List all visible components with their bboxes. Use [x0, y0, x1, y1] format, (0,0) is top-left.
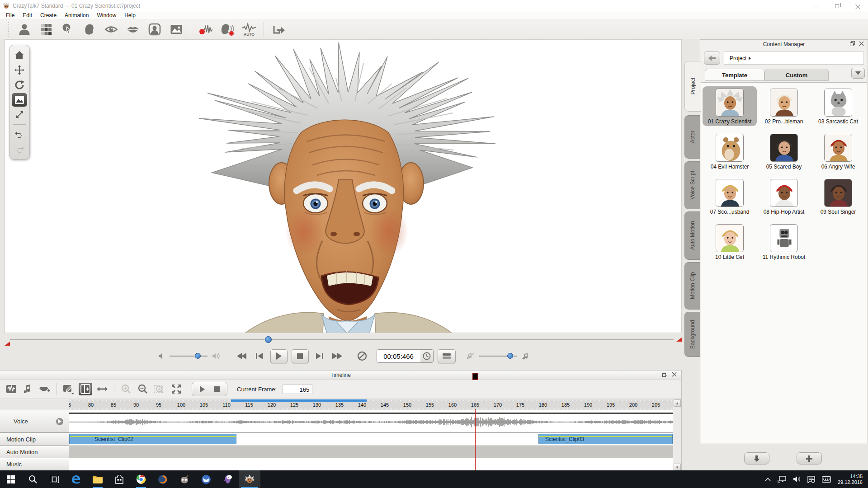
music-volume-slider[interactable] [479, 352, 517, 360]
side-tab-actor[interactable]: Actor [684, 115, 700, 159]
crazytalk-taskbar-icon[interactable] [239, 470, 260, 488]
back-button[interactable] [704, 52, 720, 65]
music-note-track-icon[interactable] [21, 383, 35, 395]
template-item-03-sarcastic-cat[interactable]: 03 Sarcastic Cat [811, 86, 865, 126]
add-button[interactable] [797, 452, 822, 465]
record-audio-icon[interactable] [197, 21, 215, 38]
actor-icon[interactable] [15, 21, 33, 38]
edit-motion-icon[interactable] [62, 383, 75, 395]
template-item-05-scared-boy[interactable]: 05 Scared Boy [757, 131, 811, 171]
template-item-02-pro-bleman[interactable]: 02 Pro...bleman [757, 86, 811, 126]
auto-motion-icon[interactable]: AUTO [240, 21, 258, 38]
undo-button[interactable] [12, 127, 27, 141]
redo-button[interactable] [12, 142, 27, 156]
edge-icon[interactable] [65, 470, 87, 488]
chrome-icon[interactable] [130, 470, 152, 488]
side-tab-background[interactable]: Background [684, 312, 700, 357]
timeline-vertical-scrollbar[interactable]: ▲ ▼ [673, 399, 681, 471]
pidgin-icon[interactable] [217, 470, 239, 488]
chevron-up-icon[interactable] [765, 478, 771, 481]
stop-button[interactable] [292, 349, 309, 363]
tts-voice-icon[interactable] [218, 21, 236, 38]
background-image-icon[interactable] [167, 21, 185, 38]
playhead-marker[interactable] [472, 373, 478, 380]
timeline-play-button[interactable] [199, 386, 205, 393]
menu-help[interactable]: Help [120, 12, 140, 19]
zoom-region-icon[interactable] [153, 383, 166, 395]
head-icon[interactable] [80, 21, 99, 38]
scene-scrub-slider[interactable] [5, 335, 682, 345]
search-icon[interactable] [22, 470, 43, 488]
firefox-icon[interactable] [152, 470, 174, 488]
restore-button[interactable] [826, 0, 847, 12]
timeline-float-icon[interactable] [662, 372, 667, 377]
menu-file[interactable]: File [2, 12, 19, 19]
template-item-10-little-girl[interactable]: 10 Little Girl [703, 222, 757, 262]
select-mode-icon[interactable] [59, 21, 77, 38]
gimp-icon[interactable] [174, 470, 195, 488]
range-end-marker[interactable] [675, 338, 682, 343]
action-center-icon[interactable] [807, 476, 815, 483]
menu-window[interactable]: Window [93, 12, 120, 19]
music-track-content[interactable] [69, 458, 673, 471]
tab-custom[interactable]: Custom [764, 69, 829, 81]
timecode-display[interactable] [377, 350, 420, 362]
taskbar-clock[interactable]: 14:35 29.12.2016 [838, 474, 863, 485]
template-item-09-soul-singer[interactable]: 09 Soul Singer [811, 177, 865, 216]
volume-slider[interactable] [170, 352, 208, 360]
clip-scientist-clip03[interactable]: Scientist_Clip03 [538, 434, 673, 444]
voice-wave-icon[interactable] [5, 383, 18, 395]
template-item-08-hip-hop-artist[interactable]: 08 Hip-Hop Artist [757, 177, 811, 216]
viewport-canvas[interactable] [5, 39, 682, 333]
rotate-button[interactable] [12, 78, 27, 92]
fit-width-icon[interactable] [95, 383, 109, 395]
content-manager-float-icon[interactable] [850, 41, 855, 46]
zoom-in-icon[interactable] [119, 383, 133, 395]
range-start-marker[interactable] [5, 340, 11, 346]
current-frame-field[interactable]: 165 [283, 385, 312, 394]
fast-forward-button[interactable] [330, 350, 344, 362]
menu-animation[interactable]: Animation [61, 12, 93, 19]
add-lips-icon[interactable] [38, 383, 52, 395]
move-down-button[interactable] [744, 452, 769, 465]
go-end-button[interactable] [313, 350, 326, 362]
fit-image-button[interactable] [12, 93, 27, 107]
menu-create[interactable]: Create [36, 12, 61, 19]
store-icon[interactable] [108, 470, 130, 488]
zoom-out-icon[interactable] [136, 383, 150, 395]
move-button[interactable] [12, 63, 27, 77]
view-options-dropdown[interactable] [851, 68, 865, 79]
timeline-stop-button[interactable] [214, 386, 220, 392]
side-tab-motion-clip[interactable]: Motion Clip [684, 262, 700, 310]
scale-button[interactable] [12, 108, 27, 122]
add-track-icon[interactable] [79, 383, 92, 395]
content-manager-close-icon[interactable] [859, 41, 864, 46]
toolbar-grip[interactable] [7, 22, 9, 37]
volume-icon[interactable] [793, 476, 801, 483]
template-item-11-rythmic-robot[interactable]: 11 Rythmic Robot [757, 222, 811, 262]
voice-expand-button[interactable] [56, 418, 63, 425]
timeline-close-icon[interactable] [672, 372, 677, 377]
scrub-track[interactable] [10, 339, 674, 340]
template-item-06-angry-wife[interactable]: 06 Angry Wife [811, 131, 865, 171]
clip-scientist-clip02[interactable]: Scientist_Clip02 [69, 434, 236, 444]
home-button[interactable] [12, 48, 27, 62]
loop-off-button[interactable] [355, 350, 369, 362]
keyboard-icon[interactable] [822, 476, 831, 483]
close-button[interactable] [847, 0, 868, 12]
voice-track-content[interactable] [69, 410, 673, 433]
thunderbird-icon[interactable] [195, 470, 217, 488]
frame-display-button[interactable] [438, 349, 456, 363]
menu-edit[interactable]: Edit [19, 12, 36, 19]
start-button[interactable] [0, 470, 22, 488]
play-button[interactable] [270, 349, 288, 363]
content-grid-icon[interactable] [37, 21, 55, 38]
motion-clip-track-content[interactable]: Scientist_Clip02Scientist_Clip03 [69, 433, 673, 446]
ruler-scale[interactable]: 7580859095100105110115120125130135140145… [69, 399, 673, 410]
face-fit-icon[interactable] [146, 21, 164, 38]
go-start-button[interactable] [253, 350, 266, 362]
rewind-button[interactable] [235, 350, 249, 362]
scrub-knob[interactable] [265, 336, 272, 343]
fit-all-icon[interactable] [170, 383, 183, 395]
scroll-up-arrow[interactable]: ▲ [674, 399, 681, 407]
